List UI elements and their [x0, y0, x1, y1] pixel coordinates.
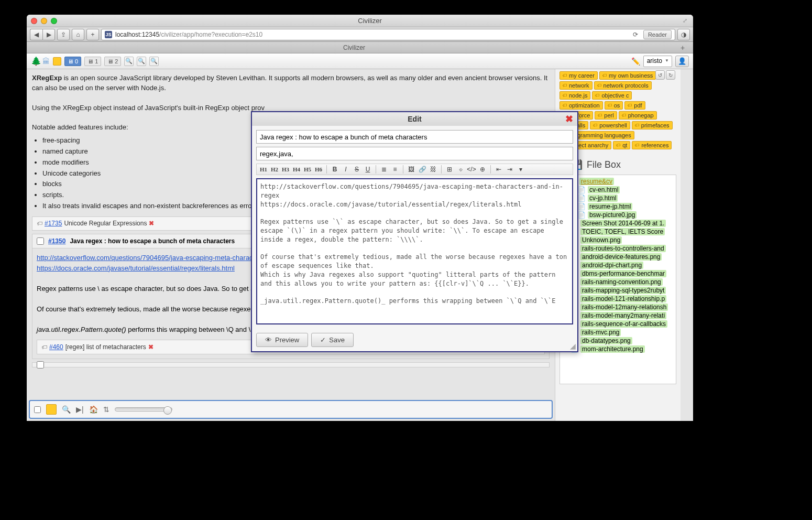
search-icon[interactable]: 🔍: [124, 57, 134, 66]
heading-3-button[interactable]: H3: [281, 165, 290, 174]
share-button[interactable]: ⇪: [57, 29, 70, 40]
footer-slider[interactable]: [115, 407, 172, 411]
note-icon[interactable]: [53, 57, 61, 66]
tree-row[interactable]: 📄rails-model-12many-relationsh: [562, 303, 674, 311]
tag-chip[interactable]: os: [605, 101, 623, 110]
card-id-link[interactable]: #1350: [48, 237, 65, 245]
minimize-window-icon[interactable]: [41, 18, 47, 24]
panel-chip-0[interactable]: 🖥 0: [64, 57, 81, 66]
footer-sort-icon[interactable]: ⇅: [103, 405, 109, 414]
close-window-icon[interactable]: [31, 18, 37, 24]
underline-button[interactable]: U: [363, 165, 372, 174]
tag-chip[interactable]: pdf: [624, 101, 645, 110]
tree-row[interactable]: 📄resume-jp.html: [562, 202, 674, 211]
title-input[interactable]: [256, 130, 573, 144]
downloads-icon[interactable]: ◑: [677, 29, 690, 40]
fullscreen-icon[interactable]: ⤢: [683, 17, 689, 24]
tag-chip[interactable]: optimization: [559, 101, 603, 110]
ul-button[interactable]: ≣: [379, 165, 389, 174]
remove-relation-icon[interactable]: ✖: [148, 342, 153, 352]
footer-home-icon[interactable]: 🏠: [89, 405, 98, 414]
url-bar[interactable]: JS localhost:12345/civilizer/app/home?ex…: [101, 29, 675, 40]
tag-chip[interactable]: my career: [559, 71, 598, 80]
tag-chip[interactable]: phonegap: [619, 111, 657, 120]
forward-button[interactable]: ▶: [42, 29, 55, 40]
card-link-1[interactable]: http://stackoverflow.com/questions/79046…: [37, 254, 267, 262]
table-button[interactable]: ⊞: [445, 165, 454, 174]
remove-relation-icon[interactable]: ✖: [149, 219, 154, 228]
tag-prev-icon[interactable]: ↺: [655, 70, 665, 80]
editor-textarea[interactable]: http://stackoverflow.com/questions/79046…: [256, 178, 573, 324]
tree-row[interactable]: 📄rails-sequence-of-ar-callbacks: [562, 320, 674, 328]
tree-row[interactable]: 📄rails-mapping-sql-types2rubyt: [562, 286, 674, 295]
card-checkbox[interactable]: [37, 237, 44, 245]
tag-chip[interactable]: perl: [595, 111, 617, 120]
tag-next-icon[interactable]: ↻: [666, 70, 675, 80]
tab-civilizer[interactable]: Civilizer: [31, 44, 677, 51]
tree-row[interactable]: 📄android-device-features.png: [562, 253, 674, 261]
home-button[interactable]: ⌂: [72, 29, 84, 40]
panel-chip-1[interactable]: 🖥 1: [84, 57, 101, 66]
code-button[interactable]: </>: [467, 165, 476, 174]
card-link-2[interactable]: https://docs.oracle.com/javase/tutorial/…: [37, 264, 235, 272]
resize-grip-icon[interactable]: ◢: [570, 344, 576, 350]
related-id-link[interactable]: #1735: [45, 219, 62, 228]
related-id-link-2[interactable]: #460: [49, 342, 63, 352]
new-tab-button[interactable]: +: [681, 44, 689, 52]
tree-row[interactable]: 📄Unknown.png: [562, 236, 674, 244]
back-button[interactable]: ◀: [30, 29, 42, 40]
heading-5-button[interactable]: H5: [303, 165, 312, 174]
insert-button[interactable]: ⊕: [478, 165, 487, 174]
tree-row[interactable]: 📄cv-en.html: [562, 186, 674, 194]
tree-row[interactable]: 📄rails-model-many2many-relati: [562, 311, 674, 320]
bold-button[interactable]: B: [330, 165, 339, 174]
preview-button[interactable]: 👁Preview: [256, 333, 308, 347]
tree-row[interactable]: 📄android-dpi-chart.png: [562, 261, 674, 269]
tree-row[interactable]: 📄rails-naming-convention.png: [562, 278, 674, 286]
card-checkbox[interactable]: [37, 361, 44, 369]
tree-row[interactable]: 📄mom-architecture.png: [562, 345, 674, 353]
user-icon[interactable]: 👤: [675, 56, 689, 67]
close-icon[interactable]: ✖: [565, 113, 573, 125]
search-icon-2[interactable]: 🔍: [137, 57, 146, 66]
italic-button[interactable]: I: [341, 165, 350, 174]
reload-icon[interactable]: ⟳: [633, 31, 640, 38]
tree-row[interactable]: 📄bsw-picture0.jpg: [562, 211, 674, 219]
heading-6-button[interactable]: H6: [314, 165, 323, 174]
image-button[interactable]: 🖼: [407, 165, 416, 174]
anchor-button[interactable]: ⛓: [429, 165, 438, 174]
tag-chip[interactable]: qt: [613, 141, 630, 149]
link-button[interactable]: 🔗: [418, 165, 427, 174]
tag-chip[interactable]: objective c: [592, 91, 632, 100]
tags-input[interactable]: [256, 147, 573, 160]
footer-checkbox[interactable]: [34, 406, 41, 413]
footer-next-icon[interactable]: ▶|: [76, 405, 84, 414]
panel-chip-2[interactable]: 🖥 2: [104, 57, 121, 66]
zoom-window-icon[interactable]: [51, 18, 57, 24]
heading-1-button[interactable]: H1: [259, 165, 268, 174]
tag-chip[interactable]: node.js: [559, 91, 590, 100]
tree-row[interactable]: 📄rails-mvc.png: [562, 328, 674, 337]
reader-button[interactable]: Reader: [643, 30, 672, 39]
outdent-button[interactable]: ⇤: [494, 165, 503, 174]
tag-chip[interactable]: references: [632, 141, 672, 149]
footer-note-icon[interactable]: [46, 404, 57, 415]
tag-chip[interactable]: primefaces: [632, 121, 673, 129]
special-button[interactable]: ⟐: [456, 165, 465, 174]
strike-button[interactable]: S: [352, 165, 361, 174]
indent-button[interactable]: ⇥: [505, 165, 514, 174]
tree-folder[interactable]: ▾📂resume&cv: [562, 177, 674, 186]
tag-chip[interactable]: my own business: [599, 71, 656, 80]
user-dropdown[interactable]: aristo: [643, 56, 672, 67]
tree-row[interactable]: 📄TOEIC, TOEFL, IELTS Score: [562, 228, 674, 236]
ol-button[interactable]: ≡: [390, 165, 400, 174]
tree-row[interactable]: 📄rails-model-121-relationship.p: [562, 295, 674, 303]
highlighter-icon[interactable]: ✏️: [631, 57, 640, 66]
tree-row[interactable]: 📄cv-jp.html: [562, 194, 674, 202]
footer-search-icon[interactable]: 🔍: [62, 405, 71, 414]
tree-row[interactable]: 📄db-datatypes.png: [562, 337, 674, 345]
heading-4-button[interactable]: H4: [292, 165, 301, 174]
add-button[interactable]: +: [86, 29, 99, 40]
search-icon-3[interactable]: 🔍: [149, 57, 159, 66]
tree-row[interactable]: 📄rails-routes-to-controllers-and: [562, 244, 674, 253]
